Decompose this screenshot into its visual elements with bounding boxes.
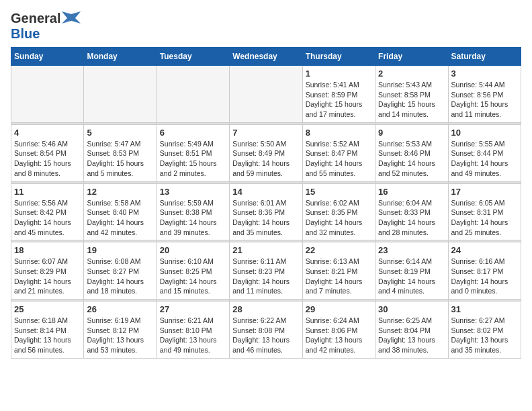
day-info: Sunrise: 6:02 AMSunset: 8:35 PMDaylight:…: [306, 198, 372, 238]
day-number: 19: [87, 245, 153, 255]
calendar-cell: 16Sunrise: 6:04 AMSunset: 8:33 PMDayligh…: [375, 183, 448, 240]
calendar-cell: 14Sunrise: 6:01 AMSunset: 8:36 PMDayligh…: [230, 183, 302, 240]
day-number: 24: [451, 245, 518, 255]
logo-general: General: [11, 11, 60, 26]
calendar-cell: 19Sunrise: 6:08 AMSunset: 8:27 PMDayligh…: [84, 242, 157, 300]
day-number: 20: [160, 245, 226, 255]
weekday-header-tuesday: Tuesday: [157, 48, 229, 66]
day-info: Sunrise: 6:13 AMSunset: 8:21 PMDaylight:…: [306, 257, 372, 296]
day-info: Sunrise: 6:11 AMSunset: 8:23 PMDaylight:…: [232, 257, 299, 296]
calendar-cell: 21Sunrise: 6:11 AMSunset: 8:23 PMDayligh…: [230, 242, 302, 300]
calendar-cell: 26Sunrise: 6:19 AMSunset: 8:12 PMDayligh…: [84, 302, 157, 359]
calendar-cell: 3Sunrise: 5:44 AMSunset: 8:56 PMDaylight…: [448, 66, 521, 123]
calendar-cell: [157, 66, 229, 123]
calendar-cell: 27Sunrise: 6:21 AMSunset: 8:10 PMDayligh…: [157, 302, 229, 359]
day-info: Sunrise: 6:05 AMSunset: 8:31 PMDaylight:…: [451, 198, 518, 238]
calendar-cell: [230, 66, 302, 123]
day-info: Sunrise: 5:43 AMSunset: 8:58 PMDaylight:…: [378, 80, 445, 120]
calendar-cell: 22Sunrise: 6:13 AMSunset: 8:21 PMDayligh…: [302, 242, 375, 300]
calendar-cell: 15Sunrise: 6:02 AMSunset: 8:35 PMDayligh…: [302, 183, 375, 240]
day-number: 10: [451, 128, 518, 138]
day-info: Sunrise: 6:21 AMSunset: 8:10 PMDaylight:…: [160, 316, 226, 355]
calendar-cell: [84, 66, 157, 123]
day-number: 31: [451, 304, 518, 314]
calendar-week-row: 1Sunrise: 5:41 AMSunset: 8:59 PMDaylight…: [11, 66, 521, 123]
day-number: 17: [451, 187, 518, 197]
calendar-cell: 4Sunrise: 5:46 AMSunset: 8:54 PMDaylight…: [11, 124, 84, 181]
day-info: Sunrise: 5:50 AMSunset: 8:49 PMDaylight:…: [232, 139, 299, 179]
weekday-header-monday: Monday: [84, 48, 157, 66]
calendar-cell: 6Sunrise: 5:49 AMSunset: 8:51 PMDaylight…: [157, 124, 229, 181]
day-info: Sunrise: 6:22 AMSunset: 8:08 PMDaylight:…: [232, 316, 299, 355]
day-info: Sunrise: 5:55 AMSunset: 8:44 PMDaylight:…: [451, 139, 518, 179]
page-container: General Blue SundayMondayTuesdayWednesda…: [11, 11, 521, 359]
day-info: Sunrise: 6:10 AMSunset: 8:25 PMDaylight:…: [160, 257, 226, 296]
weekday-header-friday: Friday: [375, 48, 448, 66]
day-number: 16: [378, 187, 445, 197]
day-info: Sunrise: 5:44 AMSunset: 8:56 PMDaylight:…: [451, 80, 518, 120]
calendar-cell: 30Sunrise: 6:25 AMSunset: 8:04 PMDayligh…: [375, 302, 448, 359]
svg-marker-0: [62, 11, 81, 24]
day-number: 18: [14, 245, 81, 255]
weekday-header-saturday: Saturday: [448, 48, 521, 66]
calendar-cell: 28Sunrise: 6:22 AMSunset: 8:08 PMDayligh…: [230, 302, 302, 359]
day-info: Sunrise: 5:49 AMSunset: 8:51 PMDaylight:…: [160, 139, 226, 179]
weekday-header-wednesday: Wednesday: [230, 48, 302, 66]
day-info: Sunrise: 5:52 AMSunset: 8:47 PMDaylight:…: [306, 139, 372, 179]
day-number: 30: [378, 304, 445, 314]
calendar-week-row: 18Sunrise: 6:07 AMSunset: 8:29 PMDayligh…: [11, 242, 521, 300]
day-number: 5: [87, 128, 153, 138]
logo-bird-icon: [62, 11, 81, 26]
day-info: Sunrise: 6:27 AMSunset: 8:02 PMDaylight:…: [451, 316, 518, 355]
day-number: 7: [232, 128, 299, 138]
day-info: Sunrise: 5:53 AMSunset: 8:46 PMDaylight:…: [378, 139, 445, 179]
calendar-cell: 24Sunrise: 6:16 AMSunset: 8:17 PMDayligh…: [448, 242, 521, 300]
calendar-cell: 20Sunrise: 6:10 AMSunset: 8:25 PMDayligh…: [157, 242, 229, 300]
day-info: Sunrise: 6:14 AMSunset: 8:19 PMDaylight:…: [378, 257, 445, 296]
logo: General Blue: [11, 11, 81, 42]
calendar-cell: 23Sunrise: 6:14 AMSunset: 8:19 PMDayligh…: [375, 242, 448, 300]
weekday-header-row: SundayMondayTuesdayWednesdayThursdayFrid…: [11, 48, 521, 66]
calendar-cell: 13Sunrise: 5:59 AMSunset: 8:38 PMDayligh…: [157, 183, 229, 240]
calendar-cell: 8Sunrise: 5:52 AMSunset: 8:47 PMDaylight…: [302, 124, 375, 181]
day-info: Sunrise: 5:41 AMSunset: 8:59 PMDaylight:…: [306, 80, 372, 120]
day-number: 23: [378, 245, 445, 255]
calendar-cell: 9Sunrise: 5:53 AMSunset: 8:46 PMDaylight…: [375, 124, 448, 181]
calendar-cell: 2Sunrise: 5:43 AMSunset: 8:58 PMDaylight…: [375, 66, 448, 123]
logo-blue: Blue: [11, 26, 40, 41]
day-number: 21: [232, 245, 299, 255]
day-number: 2: [378, 68, 445, 79]
calendar-cell: 29Sunrise: 6:24 AMSunset: 8:06 PMDayligh…: [302, 302, 375, 359]
day-info: Sunrise: 6:16 AMSunset: 8:17 PMDaylight:…: [451, 257, 518, 296]
calendar-cell: 18Sunrise: 6:07 AMSunset: 8:29 PMDayligh…: [11, 242, 84, 300]
day-number: 1: [306, 68, 372, 79]
calendar-week-row: 11Sunrise: 5:56 AMSunset: 8:42 PMDayligh…: [11, 183, 521, 240]
day-number: 25: [14, 304, 81, 314]
day-info: Sunrise: 6:07 AMSunset: 8:29 PMDaylight:…: [14, 257, 81, 296]
day-info: Sunrise: 5:56 AMSunset: 8:42 PMDaylight:…: [14, 198, 81, 238]
header: General Blue: [11, 11, 521, 42]
calendar-cell: 17Sunrise: 6:05 AMSunset: 8:31 PMDayligh…: [448, 183, 521, 240]
day-info: Sunrise: 6:08 AMSunset: 8:27 PMDaylight:…: [87, 257, 153, 296]
calendar-cell: 10Sunrise: 5:55 AMSunset: 8:44 PMDayligh…: [448, 124, 521, 181]
day-info: Sunrise: 6:01 AMSunset: 8:36 PMDaylight:…: [232, 198, 299, 238]
day-number: 4: [14, 128, 81, 138]
weekday-header-thursday: Thursday: [302, 48, 375, 66]
day-number: 3: [451, 68, 518, 79]
calendar-cell: 31Sunrise: 6:27 AMSunset: 8:02 PMDayligh…: [448, 302, 521, 359]
day-number: 28: [232, 304, 299, 314]
weekday-header-sunday: Sunday: [11, 48, 84, 66]
day-number: 27: [160, 304, 226, 314]
calendar-table: SundayMondayTuesdayWednesdayThursdayFrid…: [11, 47, 521, 359]
day-number: 11: [14, 187, 81, 197]
day-info: Sunrise: 6:04 AMSunset: 8:33 PMDaylight:…: [378, 198, 445, 238]
day-number: 26: [87, 304, 153, 314]
day-number: 29: [306, 304, 372, 314]
day-number: 13: [160, 187, 226, 197]
calendar-cell: 11Sunrise: 5:56 AMSunset: 8:42 PMDayligh…: [11, 183, 84, 240]
day-number: 6: [160, 128, 226, 138]
day-info: Sunrise: 5:47 AMSunset: 8:53 PMDaylight:…: [87, 139, 153, 179]
day-info: Sunrise: 6:19 AMSunset: 8:12 PMDaylight:…: [87, 316, 153, 355]
calendar-week-row: 4Sunrise: 5:46 AMSunset: 8:54 PMDaylight…: [11, 124, 521, 181]
day-number: 22: [306, 245, 372, 255]
